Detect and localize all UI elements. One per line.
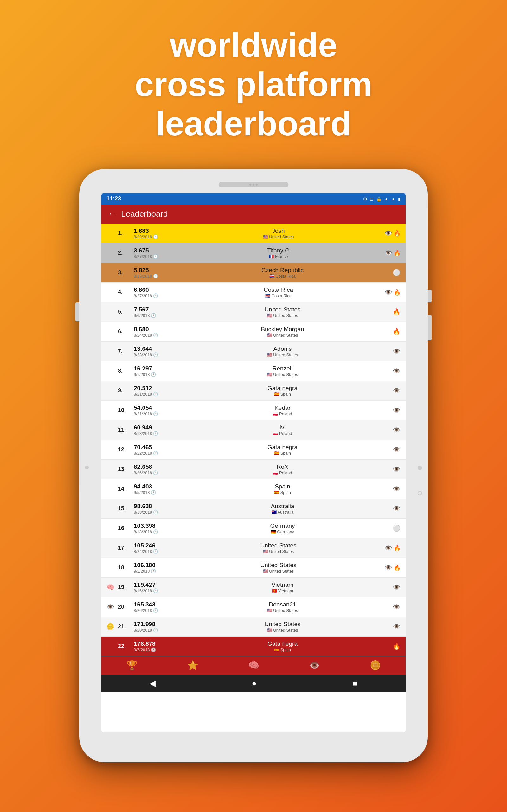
table-row[interactable]: 7.13.6448/23/2018 🕐Adonis🇺🇸 United State… bbox=[101, 342, 406, 361]
tab-brain[interactable]: 🧠 bbox=[248, 660, 259, 670]
row-action-icon[interactable]: 👁️ bbox=[393, 426, 400, 434]
row-action-icon[interactable]: 🔥 bbox=[393, 308, 400, 316]
player-name: Josh bbox=[272, 227, 285, 235]
rank-label: 16. bbox=[118, 525, 134, 531]
date-value: 9/2/2018 🕐 bbox=[134, 569, 175, 573]
date-value: 8/19/2018 🕐 bbox=[134, 274, 175, 278]
table-row[interactable]: 17.105.2468/24/2018 🕐United States🇺🇸 Uni… bbox=[101, 538, 406, 558]
player-name: Costa Rica bbox=[264, 287, 293, 293]
row-action-icon[interactable]: 👁️ bbox=[393, 465, 400, 473]
table-row[interactable]: 1.1.6838/29/2018 🕐Josh🇺🇸 United States👁️… bbox=[101, 223, 406, 243]
row-extra-icon: 🔥 bbox=[394, 230, 400, 237]
date-value: 8/27/2018 🕐 bbox=[134, 293, 175, 298]
row-action-icon[interactable]: 👁️ bbox=[393, 485, 400, 493]
date-value: 8/16/2018 🕐 bbox=[134, 589, 175, 593]
table-row[interactable]: 6.8.6808/24/2018 🕐Buckley Morgan🇺🇸 Unite… bbox=[101, 322, 406, 342]
row-action-icon[interactable]: 👁️ bbox=[393, 603, 400, 611]
rank-label: 5. bbox=[118, 309, 134, 315]
side-indicator-right bbox=[418, 466, 422, 470]
speaker-dot bbox=[249, 184, 251, 186]
signal-icon: ▲ bbox=[391, 196, 395, 201]
app-tab-bar[interactable]: 🏆 ⭐ 🧠 👁️ 🪙 bbox=[101, 656, 406, 675]
rank-label: 17. bbox=[118, 545, 134, 551]
date-value: 8/20/2018 🕐 bbox=[134, 628, 175, 632]
table-row[interactable]: 16.103.3988/18/2018 🕐Germany🇩🇪 Germany⚪ bbox=[101, 519, 406, 538]
table-row[interactable]: 15.98.6388/18/2018 🕐Australia🇦🇺 Australi… bbox=[101, 499, 406, 519]
app-bar: ← Leaderboard bbox=[101, 205, 406, 223]
lock-icon: 🔒 bbox=[376, 196, 382, 201]
tab-star[interactable]: ⭐ bbox=[187, 660, 199, 670]
rank-label: 18. bbox=[118, 564, 134, 571]
row-action-icon[interactable]: ⚪ bbox=[393, 524, 400, 532]
date-value: 8/21/2018 🕐 bbox=[134, 411, 175, 416]
table-row[interactable]: 4.6.8608/27/2018 🕐Costa Rica🇨🇷 Costa Ric… bbox=[101, 283, 406, 302]
table-row[interactable]: 🪙21.171.9988/20/2018 🕐United States🇺🇸 Un… bbox=[101, 617, 406, 637]
rank-label: 14. bbox=[118, 486, 134, 492]
score-value: 60.949 bbox=[134, 424, 175, 431]
player-name: United States bbox=[260, 562, 296, 569]
table-row[interactable]: 👁️20.165.3438/26/2018 🕐Doosan21🇺🇸 United… bbox=[101, 597, 406, 617]
recents-nav-button[interactable]: ■ bbox=[343, 675, 367, 692]
speaker-dot bbox=[252, 184, 255, 186]
row-action-icon[interactable]: 👁️ bbox=[393, 583, 400, 591]
score-value: 6.860 bbox=[134, 287, 175, 293]
back-button[interactable]: ← bbox=[108, 209, 116, 219]
row-action-icon[interactable]: 👁️ bbox=[393, 623, 400, 630]
row-action-icon[interactable]: 👁️ bbox=[393, 387, 400, 394]
row-action-icon[interactable]: 👁️ bbox=[393, 367, 400, 374]
player-name: Vietnam bbox=[272, 581, 293, 589]
table-row[interactable]: 8.16.2979/1/2018 🕐Renzell🇺🇸 United State… bbox=[101, 361, 406, 381]
row-action-icon[interactable]: 👁️🔥 bbox=[384, 564, 400, 571]
volume-down-button[interactable] bbox=[428, 315, 432, 340]
date-value: 9/5/2018 🕐 bbox=[134, 490, 175, 495]
power-button[interactable] bbox=[75, 302, 79, 321]
table-row[interactable]: 22.176.8789/7/2018 🕐Gata negra🇪🇸 Spain🔥 bbox=[101, 637, 406, 656]
date-value: 8/24/2018 🕐 bbox=[134, 549, 175, 554]
country-label: 🇨🇷 Costa Rica bbox=[269, 274, 296, 278]
row-action-icon[interactable]: 👁️ bbox=[393, 406, 400, 414]
row-action-icon[interactable]: 🔥 bbox=[393, 642, 400, 650]
table-row[interactable]: 13.82.6588/26/2018 🕐RoX🇵🇱 Poland👁️ bbox=[101, 460, 406, 479]
row-action-icon[interactable]: 👁️🔥 bbox=[384, 249, 400, 257]
row-action-icon[interactable]: 👁️ bbox=[393, 347, 400, 355]
row-action-icon[interactable]: 👁️🔥 bbox=[384, 544, 400, 552]
table-row[interactable]: 5.7.5679/6/2018 🕐United States🇺🇸 United … bbox=[101, 302, 406, 322]
home-nav-button[interactable]: ● bbox=[242, 675, 266, 692]
rank-label: 2. bbox=[118, 250, 134, 256]
table-row[interactable]: 12.70.4658/22/2018 🕐Gata negra🇪🇸 Spain👁️ bbox=[101, 440, 406, 460]
row-action-icon[interactable]: 👁️🔥 bbox=[384, 288, 400, 296]
table-row[interactable]: 10.54.0548/21/2018 🕐Kedar🇵🇱 Poland👁️ bbox=[101, 401, 406, 420]
table-row[interactable]: 14.94.4039/5/2018 🕐Spain🇪🇸 Spain👁️ bbox=[101, 479, 406, 499]
tab-trophy[interactable]: 🏆 bbox=[126, 660, 137, 670]
score-value: 176.878 bbox=[134, 641, 175, 647]
headline-line1: worldwide bbox=[170, 26, 337, 64]
tab-eye[interactable]: 👁️ bbox=[309, 660, 320, 670]
table-row[interactable]: 9.20.5128/21/2018 🕐Gata negra🇪🇸 Spain👁️ bbox=[101, 381, 406, 401]
volume-up-button[interactable] bbox=[428, 290, 432, 302]
row-action-icon[interactable]: 🔥 bbox=[393, 328, 400, 335]
table-row[interactable]: 2.3.6758/27/2018 🕐Tifany G🇫🇷 France👁️🔥 bbox=[101, 243, 406, 263]
tab-coin[interactable]: 🪙 bbox=[370, 660, 381, 670]
table-row[interactable]: 11.60.9498/13/2018 🕐Ivi🇵🇱 Poland👁️ bbox=[101, 420, 406, 440]
row-action-icon[interactable]: 👁️ bbox=[393, 505, 400, 512]
row-action-icon[interactable]: 👁️ bbox=[393, 446, 400, 453]
back-nav-button[interactable]: ◀ bbox=[140, 675, 165, 692]
player-name: Gata negra bbox=[268, 385, 297, 392]
table-row[interactable]: 🧠19.119.4278/16/2018 🕐Vietnam🇻🇳 Vietnam👁… bbox=[101, 577, 406, 597]
date-value: 8/13/2018 🕐 bbox=[134, 431, 175, 436]
row-action-icon[interactable]: ⚪ bbox=[393, 269, 400, 276]
table-row[interactable]: 3.5.8258/19/2018 🕐Czech Republic🇨🇷 Costa… bbox=[101, 263, 406, 283]
country-label: 🇦🇺 Australia bbox=[272, 510, 293, 514]
score-value: 16.297 bbox=[134, 365, 175, 372]
rank-label: 1. bbox=[118, 230, 134, 237]
rank-label: 12. bbox=[118, 446, 134, 453]
row-extra-icon: 🔥 bbox=[394, 565, 400, 571]
score-value: 20.512 bbox=[134, 385, 175, 392]
row-action-icon[interactable]: 👁️🔥 bbox=[384, 229, 400, 237]
country-label: 🇵🇱 Poland bbox=[273, 470, 292, 475]
player-name: RoX bbox=[277, 463, 288, 470]
player-name: Adonis bbox=[273, 345, 291, 352]
android-nav-bar: ◀ ● ■ bbox=[101, 675, 406, 693]
player-name: Ivi bbox=[279, 424, 285, 431]
table-row[interactable]: 18.106.1809/2/2018 🕐United States🇺🇸 Unit… bbox=[101, 558, 406, 577]
